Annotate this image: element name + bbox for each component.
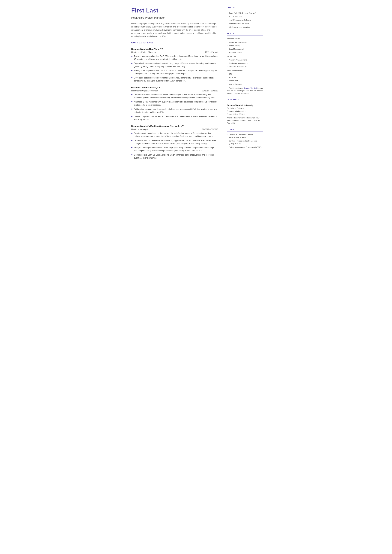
contact-linkedin[interactable]: linkedin.com/in/username xyxy=(227,22,263,25)
contact-github[interactable]: github.com/resumeworded xyxy=(227,26,263,28)
skill-3: Case Management xyxy=(227,48,263,50)
resume-page: First Last Healthcare Project Manager He… xyxy=(125,0,267,189)
job-company-2: Growthsi, San Francisco, CA xyxy=(131,86,218,89)
bullet-dot xyxy=(131,77,133,78)
job-dates-3: 06/2012 – 01/2015 xyxy=(202,128,218,131)
skills-technical-list: Healthcare (Advanced) Patient Safety Cas… xyxy=(227,41,263,54)
job-block-3: Resume Worded's Exciting Company, New Yo… xyxy=(131,125,218,160)
technique-2: Healthcare Management xyxy=(227,62,263,65)
bullet-dot xyxy=(131,140,133,141)
contact-list: Sioux Falls, SD (Open to Remote) +1-234-… xyxy=(227,12,263,28)
skill-1: Healthcare (Advanced) xyxy=(227,41,263,44)
bullet-dot xyxy=(131,133,133,134)
bullet-1-1: Tracked program and project RAID (Risks,… xyxy=(131,55,218,61)
skills-section: SKILLS Technical Skills: Healthcare (Adv… xyxy=(227,32,263,95)
skills-techniques-list: Program Management Healthcare Management… xyxy=(227,59,263,68)
bullet-1-4: Developed detailed scope documents based… xyxy=(131,77,218,83)
skills-tools-list: SQL MS Project PowerPoint Microsoft Acce… xyxy=(227,73,263,86)
bullet-dot xyxy=(131,56,133,57)
job-role-3: Healthcare Analyst xyxy=(131,128,148,131)
contact-phone: +1-234-456-789 xyxy=(227,15,263,18)
tool-3: PowerPoint xyxy=(227,79,263,82)
work-experience-title: WORK EXPERIENCE xyxy=(131,41,218,45)
job-company-3: Resume Worded's Exciting Company, New Yo… xyxy=(131,125,218,128)
job-block-1: Resume Worded, New York, NY Healthcare P… xyxy=(131,48,218,83)
technique-3: Utilization Management xyxy=(227,65,263,68)
contact-location: Sioux Falls, SD (Open to Remote) xyxy=(227,12,263,14)
job-bullets-1: Tracked program and project RAID (Risks,… xyxy=(131,55,218,83)
left-column: First Last Healthcare Project Manager He… xyxy=(125,0,223,189)
bullet-dot xyxy=(131,63,133,64)
other-cert-2: Certified Professional in Healthcare Qua… xyxy=(227,140,263,145)
job-header-3: Healthcare Analyst 06/2012 – 01/2015 xyxy=(131,128,218,131)
skills-techniques-label: Techniques: xyxy=(227,55,263,58)
job-role-1: Healthcare Project Manager xyxy=(131,51,156,54)
tool-1: SQL xyxy=(227,73,263,76)
bullet-dot xyxy=(131,108,133,110)
job-header-1: Healthcare Project Manager 11/2019 – Pre… xyxy=(131,51,218,54)
skills-technical-label: Technical Skills: xyxy=(227,37,263,40)
other-title: OTHER xyxy=(227,128,263,132)
bullet-1-3: Managed the implementation of 5 new elec… xyxy=(131,69,218,75)
job-bullets-3: Created 4 automated reports that tracked… xyxy=(131,132,218,160)
bullet-dot xyxy=(131,101,133,102)
job-header-2: Healthcare Project Coordinator 02/2017 –… xyxy=(131,89,218,92)
candidate-job-title: Healthcare Project Manager xyxy=(131,16,218,20)
edu-school: Resume Worded University xyxy=(227,104,263,107)
contact-email[interactable]: email@resumeworded.com xyxy=(227,19,263,21)
other-cert-3: Project Management Professional (PMP). xyxy=(227,146,263,149)
education-section: EDUCATION Resume Worded University Bache… xyxy=(227,98,263,124)
tool-2: MS Project xyxy=(227,76,263,79)
skills-tools-label: Tools and Software: xyxy=(227,69,263,72)
bullet-dot xyxy=(131,94,133,95)
edu-location: Boston, MA — 05/2012 xyxy=(227,113,263,116)
tool-4: Microsoft Access xyxy=(227,83,263,86)
other-cert-1: Certified in Healthcare Project Manageme… xyxy=(227,133,263,139)
scan-note: Don't forget to use Resume Worded to sca… xyxy=(227,87,263,95)
right-column: CONTACT Sioux Falls, SD (Open to Remote)… xyxy=(223,0,267,189)
edu-degree: Bachelor of Science xyxy=(227,107,263,110)
bullet-2-4: Created 7 systems that tracked and monit… xyxy=(131,115,218,121)
candidate-name: First Last xyxy=(131,6,218,15)
edu-awards: Awards: Resume Worded Teaching Fellow (o… xyxy=(227,117,263,125)
bullet-3-2: Reviewed 50GB of healthcare data to iden… xyxy=(131,139,218,145)
bullet-2-2: Managed 1-on-1 meetings with 21 physicia… xyxy=(131,100,218,107)
bullet-3-4: Completed two Lean Six Sigma projects, w… xyxy=(131,154,218,160)
resume-worded-link[interactable]: Resume Worded xyxy=(244,87,257,89)
edu-field: Business Administration xyxy=(227,110,263,112)
bullet-dot xyxy=(131,147,133,148)
skill-2: Patient Safety xyxy=(227,44,263,47)
job-company-1: Resume Worded, New York, NY xyxy=(131,48,218,51)
technique-1: Program Management xyxy=(227,59,263,61)
contact-title: CONTACT xyxy=(227,6,263,10)
bullet-1-2: Supervised 10 cross-functional teams thr… xyxy=(131,62,218,68)
candidate-summary: Healthcare project manager with 10 years… xyxy=(131,22,218,38)
job-dates-2: 02/2017 – 10/2019 xyxy=(202,89,218,92)
contact-section: CONTACT Sioux Falls, SD (Open to Remote)… xyxy=(227,6,263,28)
job-bullets-2: Partnered with the chief medical officer… xyxy=(131,93,218,121)
bullet-dot xyxy=(131,116,133,117)
job-block-2: Growthsi, San Francisco, CA Healthcare P… xyxy=(131,86,218,121)
bullet-2-3: Built project management frameworks into… xyxy=(131,108,218,114)
bullet-3-1: Created 4 automated reports that tracked… xyxy=(131,132,218,138)
other-list: Certified in Healthcare Project Manageme… xyxy=(227,133,263,149)
skill-4: Medical Records xyxy=(227,51,263,54)
bullet-dot xyxy=(131,154,133,155)
bullet-2-1: Partnered with the chief medical officer… xyxy=(131,93,218,99)
bullet-dot xyxy=(131,70,133,71)
education-title: EDUCATION xyxy=(227,98,263,102)
job-role-2: Healthcare Project Coordinator xyxy=(131,89,159,92)
job-dates-1: 11/2019 – Present xyxy=(202,51,218,54)
skills-title: SKILLS xyxy=(227,32,263,36)
bullet-3-3: Analyzed and reported on the status of 2… xyxy=(131,146,218,152)
other-section: OTHER Certified in Healthcare Project Ma… xyxy=(227,128,263,149)
